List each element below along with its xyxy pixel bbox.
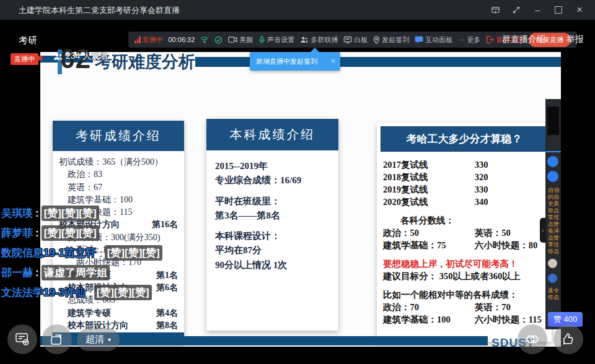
panel-chat-fragment: 孟令	[548, 287, 561, 294]
location-pin-icon	[373, 36, 380, 44]
panel-collapse-handle[interactable]: ‹	[540, 218, 546, 243]
card-line: 2017复试线 330	[383, 158, 547, 171]
checkin-toast: 新增直播中发起签到 ×	[250, 52, 340, 71]
side-panel-cutoff: 自动的自史美你点常培点赞鱼泽点赞李佳你点 孟令你点 ‹	[545, 99, 561, 329]
danmaku-settings-button[interactable]	[7, 324, 37, 354]
chat-message: 文法法学19-3许仙 : [赞][赞][赞]	[1, 286, 162, 299]
whiteboard-button[interactable]: 白板	[343, 35, 368, 45]
live-indicator: 直播中	[134, 35, 163, 45]
card-line: 本科课程设计：	[215, 229, 330, 243]
card-line: 2019复试线 330	[383, 183, 547, 196]
caret-down-icon: ▾	[108, 336, 111, 343]
panel-chat-fragment: 点赞	[548, 221, 561, 228]
card-line: 90分以上情况 1次	[215, 258, 330, 272]
report-link[interactable]: 举报	[566, 34, 584, 45]
share-rings-icon	[524, 332, 540, 346]
close-icon[interactable]: ×	[569, 0, 590, 20]
avatar	[548, 259, 557, 268]
presentation-slide: 02 考研难度分析 考研成绩介绍 初试成绩：365（满分500） 政治：83	[40, 52, 561, 347]
card-line	[383, 208, 547, 214]
panel-video-thumbnail	[547, 106, 559, 135]
card-header: 考研成绩介绍	[53, 121, 184, 151]
chat-message: 吴琪瑛 : [赞][赞][赞]	[1, 207, 162, 220]
chat-message: 数院信息19-1苗立轩 : [赞][赞][赞]	[1, 246, 162, 259]
exit-icon	[486, 36, 494, 43]
viewer-count: 234 人观看	[53, 51, 108, 62]
chat-message-text: 谦虚了周学姐	[42, 265, 110, 280]
interaction-panel-button[interactable]: 互动面板	[415, 35, 452, 45]
card-header: 本科成绩介绍	[206, 119, 338, 150]
live-timer: 00:06:32	[169, 36, 195, 43]
card-line	[383, 282, 547, 288]
live-intro-link[interactable]: 群直播介绍	[502, 34, 545, 45]
whiteboard-icon	[343, 36, 352, 43]
card-line: 建议目标分： 350以上或者360以上	[383, 270, 547, 282]
live-status-badge: 直播中	[11, 53, 38, 65]
card-line: 平均在87分	[215, 243, 330, 258]
status-icon[interactable]	[214, 36, 223, 44]
maximize-icon[interactable]	[548, 0, 569, 20]
card-line: 初试成绩：365（满分500）	[59, 156, 178, 168]
quality-label: 超清	[86, 334, 104, 345]
multicast-button[interactable]: 多群联播	[300, 35, 338, 45]
viewer-count-text: 234 人观看	[66, 51, 108, 62]
card-line: 建筑学基础：100	[59, 194, 178, 206]
toast-text: 新增直播中发起签到	[250, 57, 326, 66]
like-button[interactable]	[553, 324, 583, 354]
fullscreen-icon[interactable]	[506, 0, 527, 20]
card-line: 建筑学专硕 第4名	[59, 307, 178, 319]
checkin-button[interactable]: 发起签到	[373, 35, 409, 45]
chat-message-text: [赞][赞][赞]	[105, 245, 162, 261]
card-line: 建筑学基础：75 六小时快题：80	[383, 239, 547, 251]
more-button[interactable]: ··· 更多	[458, 35, 480, 45]
panel-chat-fragment: 自动	[548, 187, 561, 194]
video-area: 02 考研难度分析 考研成绩介绍 初试成绩：365（满分500） 政治：83	[0, 20, 595, 364]
panel-chat-fragment: 的自	[548, 194, 561, 201]
chat-message-text: [赞][赞][赞]	[42, 225, 99, 241]
chat-sender-name: 邵一赫	[1, 266, 33, 280]
chat-message-text: [赞][赞][赞]	[94, 285, 152, 300]
card-line	[215, 223, 330, 229]
panel-sticker-icon[interactable]	[547, 156, 558, 167]
chat-sender-name: 吴琪瑛	[1, 206, 33, 220]
chat-message: 邵一赫 : 谦虚了周学姐	[1, 266, 162, 279]
card-line: 2015--2019年	[215, 159, 330, 173]
app-window: 土建学院本科生第二党支部考研分享会群直播 – × 02 考研难度分析	[0, 0, 595, 364]
card-target-scores: 考哈工大多少分才算稳？ 2017复试线 330 2018复试线 320	[377, 123, 552, 342]
window-controls: – ×	[485, 0, 590, 20]
panel-chat-fragment: 点赞	[548, 235, 561, 241]
page-title: 考研难度分析	[95, 51, 195, 73]
card-line: 建筑学基础：100 六小时快题：115	[383, 313, 547, 326]
chat-sender-name: 薛梦菲	[1, 226, 33, 240]
network-wifi-icon	[200, 36, 209, 43]
links-divider: ｜	[552, 34, 560, 45]
chat-message: 薛梦菲 : [赞][赞][赞]	[1, 227, 162, 240]
viewers-icon	[53, 52, 63, 61]
chat-message-text: [赞][赞][赞]	[42, 206, 99, 221]
chat-bubble-icon	[415, 36, 423, 43]
message-settings-icon	[15, 332, 30, 346]
card-line: 要想稳稳上岸，初试尽可能考高！	[383, 258, 547, 270]
panel-chat-fragment: 常培	[548, 214, 561, 221]
quality-selector[interactable]: 超清 ▾	[77, 328, 120, 351]
more-dots-icon: ···	[458, 36, 465, 43]
minimize-icon[interactable]: –	[527, 0, 548, 20]
panel-chat-fragments: 孟令你点	[548, 287, 561, 301]
audio-settings-button[interactable]: 声音设置	[258, 35, 294, 45]
panel-like-icon[interactable]	[547, 171, 558, 182]
live-bars-icon	[134, 37, 141, 43]
chat-sender-name: 数院信息19-1苗立轩	[1, 246, 96, 260]
panel-chat-fragment: 你点	[548, 207, 561, 214]
microphone-icon	[258, 36, 265, 44]
chat-sender-name: 文法法学19-3许仙	[1, 285, 86, 300]
window-title: 土建学院本科生第二党支部考研分享会群直播	[19, 5, 180, 16]
toast-close-icon[interactable]: ×	[326, 57, 340, 66]
pin-window-icon[interactable]	[485, 0, 506, 20]
card-line: 2018复试线 320	[383, 171, 547, 183]
camera-icon	[228, 36, 237, 43]
rotate-screen-button[interactable]	[42, 324, 72, 354]
beauty-button[interactable]: 美颜	[228, 35, 253, 45]
panel-divider	[545, 151, 561, 152]
record-dot	[38, 56, 43, 61]
share-button[interactable]	[518, 324, 547, 354]
